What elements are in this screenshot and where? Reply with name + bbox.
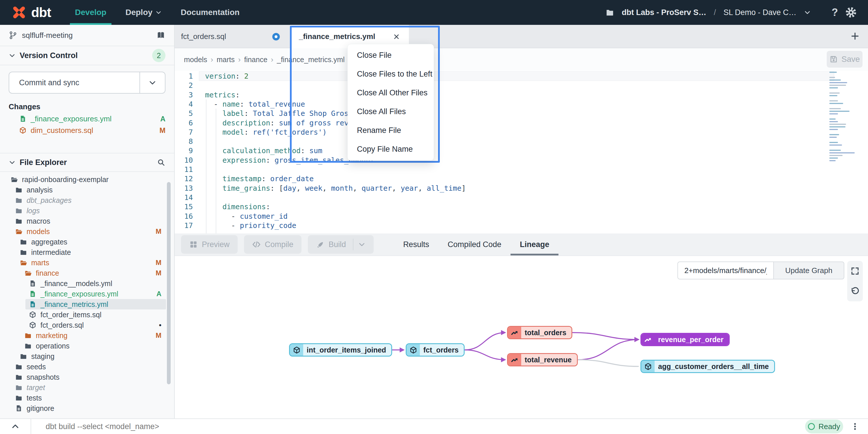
panel-tab-results[interactable]: Results [394, 233, 438, 255]
lineage-edge-fct_orders-to-total_revenue [465, 350, 505, 360]
tree-item-logs[interactable]: logs [0, 205, 174, 216]
tree-item-snapshots[interactable]: snapshots [0, 372, 174, 382]
tree-item-_finance_exposures.yml[interactable]: _finance_exposures.ymlA [0, 289, 174, 299]
environment-chevron-icon[interactable] [804, 9, 811, 16]
tree-item-tests[interactable]: tests [0, 393, 174, 403]
lineage-node-int_order_items_joined[interactable]: int_order_items_joined [289, 343, 392, 356]
reset-view-icon[interactable] [850, 287, 860, 296]
tree-item-target[interactable]: target [0, 382, 174, 393]
menu-item-close-all-files[interactable]: Close All Files [348, 102, 434, 121]
folder-icon [20, 238, 27, 245]
menu-item-copy-file-name[interactable]: Copy File Name [348, 140, 434, 158]
close-tab-icon[interactable] [393, 33, 400, 40]
tree-item-dbt_packages[interactable]: dbt_packages [0, 195, 174, 205]
tree-item-label: finance [36, 269, 59, 278]
code-line-16: 16 - customer_id [175, 211, 868, 221]
dbt-logo-icon [11, 4, 27, 21]
menu-item-close-all-other-files[interactable]: Close All Other Files [348, 84, 434, 102]
breadcrumb-file[interactable]: _finance_metrics.yml [277, 56, 345, 64]
tree-item-_finance__models.yml[interactable]: _finance__models.yml [0, 278, 174, 289]
code-line-1: 1version: 2 [199, 71, 834, 81]
folder-icon [24, 332, 32, 339]
file-tree-scrollbar[interactable] [167, 182, 170, 384]
breadcrumb-models[interactable]: models [184, 56, 207, 64]
change-item-dim_customers.sql[interactable]: dim_customers.sqlM [0, 124, 174, 136]
commit-and-sync-button[interactable]: Commit and sync [9, 72, 165, 94]
tree-item-analysis[interactable]: analysis [0, 185, 174, 195]
tree-item-intermediate[interactable]: intermediate [0, 247, 174, 257]
code-editor[interactable]: 1version: 223metrics:4 - name: total_rev… [175, 71, 868, 233]
build-options-chevron[interactable] [353, 239, 366, 250]
lineage-node-label: int_order_items_joined [303, 344, 391, 356]
panel-tab-lineage[interactable]: Lineage [510, 233, 558, 255]
expand-panel-chevron-icon[interactable] [11, 422, 20, 431]
tree-item-gitignore[interactable]: gitignore [0, 403, 174, 413]
folder-icon [20, 249, 27, 256]
line-number: 3 [175, 91, 193, 99]
tree-item-label: macros [27, 217, 50, 225]
gear-icon[interactable] [845, 7, 857, 18]
build-button[interactable]: Build [308, 235, 374, 254]
tree-item-staging[interactable]: staging [0, 351, 174, 361]
project-name[interactable]: dbt Labs - ProServ S… [622, 8, 706, 17]
environment-selector[interactable]: SL Demo - Dave C… [723, 8, 796, 17]
nav-item-deploy[interactable]: Deploy [125, 0, 161, 25]
line-number: 9 [175, 146, 193, 155]
tree-item-_finance_metrics.yml[interactable]: _finance_metrics.yml [0, 299, 174, 310]
tree-item-macros[interactable]: macros [0, 216, 174, 226]
line-number: 4 [175, 100, 193, 108]
line-number: 15 [175, 203, 193, 211]
metric-trend-icon [641, 334, 655, 345]
menu-item-close-file[interactable]: Close File [348, 46, 434, 65]
tree-item-seeds[interactable]: seeds [0, 361, 174, 372]
tab-fct-orders-sql[interactable]: fct_orders.sql [175, 25, 290, 48]
breadcrumb-finance[interactable]: finance [244, 56, 268, 64]
tree-item-label: marketing [36, 331, 68, 340]
project-folder-icon [606, 8, 614, 17]
tree-item-fct_order_items.sql[interactable]: fct_order_items.sql [0, 310, 174, 320]
line-number: 16 [175, 212, 193, 221]
tree-item-operations[interactable]: operations [0, 341, 174, 351]
docs-book-icon[interactable] [156, 31, 165, 40]
new-tab-plus-icon[interactable] [850, 31, 860, 41]
tree-item-marketing[interactable]: marketingM [0, 330, 174, 341]
kebab-menu-icon[interactable] [851, 422, 859, 431]
breadcrumb-marts[interactable]: marts [217, 56, 235, 64]
dbt-command-input[interactable] [45, 422, 565, 431]
version-control-header[interactable]: Version Control 2 [0, 46, 174, 65]
branch-name: sqlfluff-meeting [22, 31, 73, 40]
change-item-_finance_exposures.yml[interactable]: _finance_exposures.ymlA [0, 113, 174, 124]
tree-item-finance[interactable]: financeM [0, 268, 174, 278]
lineage-node-fct_orders[interactable]: fct_orders [406, 343, 465, 356]
tree-item-models[interactable]: modelsM [0, 226, 174, 237]
line-number: 10 [175, 156, 193, 165]
lineage-selector-input[interactable] [677, 261, 773, 280]
preview-button[interactable]: Preview [181, 235, 238, 254]
tree-item-marts[interactable]: martsM [0, 257, 174, 268]
help-icon[interactable]: ? [832, 6, 838, 19]
fullscreen-icon[interactable] [850, 266, 860, 276]
tree-item-aggregates[interactable]: aggregates [0, 237, 174, 247]
compile-button[interactable]: Compile [244, 235, 302, 254]
update-graph-button[interactable]: Update Graph [773, 261, 844, 280]
tree-item-rapid-onboarding-exemplar[interactable]: rapid-onboarding-exemplar [0, 174, 174, 185]
lineage-node-total_revenue[interactable]: total_revenue [507, 353, 578, 366]
branch-row[interactable]: sqlfluff-meeting [0, 25, 174, 46]
lineage-node-revenue_per_order[interactable]: revenue_per_order [641, 333, 730, 346]
lineage-node-agg_customer_orders__all_time[interactable]: agg_customer_orders__all_time [641, 360, 775, 373]
nav-item-documentation[interactable]: Documentation [181, 0, 240, 25]
minimap[interactable] [829, 72, 864, 165]
save-button[interactable]: Save [827, 51, 863, 68]
dbt-logo[interactable]: dbt [11, 4, 51, 21]
line-number: 11 [175, 165, 193, 174]
file-explorer-header[interactable]: File Explorer [0, 153, 174, 172]
commit-options-chevron[interactable] [140, 72, 165, 93]
menu-item-rename-file[interactable]: Rename File [348, 121, 434, 140]
lineage-node-total_orders[interactable]: total_orders [507, 326, 572, 339]
file-icon [15, 405, 23, 412]
tree-item-fct_orders.sql[interactable]: fct_orders.sql• [0, 320, 174, 330]
menu-item-close-files-to-the-left[interactable]: Close Files to the Left [348, 65, 434, 84]
nav-item-develop[interactable]: Develop [75, 0, 106, 25]
search-icon[interactable] [157, 158, 165, 167]
panel-tab-compiled-code[interactable]: Compiled Code [438, 233, 510, 255]
